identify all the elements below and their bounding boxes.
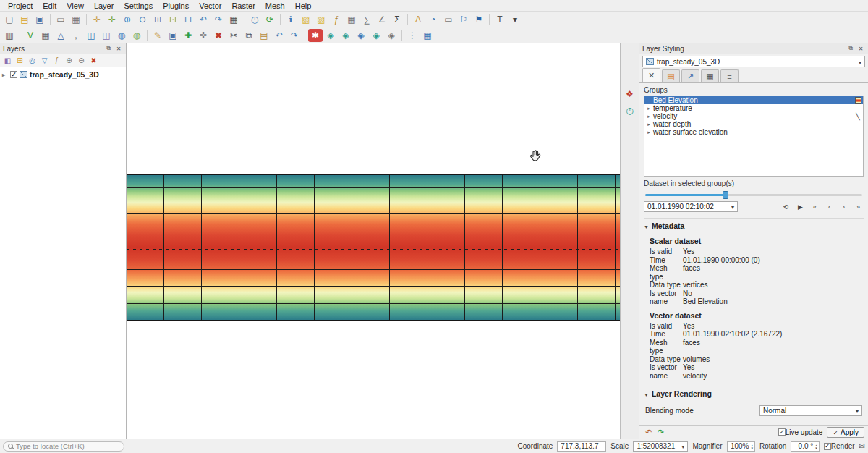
menu-mesh[interactable]: Mesh [260, 1, 290, 10]
expand-arrow-icon[interactable]: ▸ [646, 114, 652, 119]
panel-close-icon[interactable]: ✕ [856, 44, 865, 53]
next-frame-icon[interactable]: › [838, 202, 849, 212]
layer-tree-item[interactable]: ▸ trap_steady_05_3D [2, 70, 124, 79]
expand-arrow-icon[interactable]: ▸ [646, 122, 652, 127]
spin-arrows-icon[interactable] [815, 444, 817, 449]
measure-line-icon[interactable]: ∠ [375, 13, 389, 26]
layer-selector-combo[interactable]: trap_steady_05_3D [642, 56, 865, 67]
statistical-summary-icon[interactable]: Σ [390, 13, 404, 26]
group-row[interactable]: ▸water surface elevation [644, 128, 863, 136]
plugin-globe-icon[interactable]: ◈ [369, 29, 383, 42]
spin-arrows-icon[interactable] [752, 444, 754, 449]
zoom-out-icon[interactable]: ⊖ [135, 13, 150, 26]
first-frame-icon[interactable]: « [809, 202, 820, 212]
paste-features-icon[interactable]: ▤ [257, 29, 271, 42]
coordinate-input[interactable]: 717.3,113.7 [557, 441, 606, 452]
pan-to-selection-icon[interactable]: ✛ [105, 13, 119, 26]
add-feature-icon[interactable]: ✚ [181, 29, 195, 42]
loop-playback-icon[interactable]: ⟲ [780, 202, 791, 212]
mesh-frame-tab[interactable]: ▦ [701, 69, 719, 82]
dataset-slider[interactable] [645, 190, 862, 199]
manage-map-themes-icon[interactable]: ◎ [26, 55, 38, 67]
pan-map-icon[interactable]: ✛ [90, 13, 104, 26]
style-redo-icon[interactable]: ↷ [655, 427, 666, 437]
add-wfs-layer-icon[interactable]: ◍ [129, 29, 144, 42]
copy-features-icon[interactable]: ⧉ [242, 29, 256, 42]
previous-frame-icon[interactable]: ‹ [824, 202, 835, 212]
scale-combo[interactable]: 1:52008321 [633, 441, 688, 452]
add-delimited-text-icon[interactable]: , [69, 29, 83, 42]
menu-layer[interactable]: Layer [89, 1, 119, 10]
map-canvas[interactable] [127, 43, 620, 439]
undo-icon[interactable]: ↶ [272, 29, 286, 42]
plugin-layers-icon[interactable]: ◈ [323, 29, 338, 42]
deselect-features-icon[interactable]: ▨ [314, 13, 328, 26]
layer-labeling-icon[interactable]: A [411, 13, 425, 26]
zoom-next-icon[interactable]: ↷ [211, 13, 226, 26]
metadata-section-header[interactable]: Metadata [644, 218, 864, 230]
group-row[interactable]: ▸water depth [644, 120, 863, 128]
panel-float-icon[interactable]: ⧉ [846, 44, 855, 53]
last-frame-icon[interactable]: » [853, 202, 864, 212]
map-tips-icon[interactable]: ▭ [441, 13, 456, 26]
blending-mode-combo[interactable]: Normal [760, 405, 862, 416]
menu-project[interactable]: Project [3, 1, 38, 10]
filter-legend-icon[interactable]: ▽ [38, 55, 51, 67]
add-mesh-layer-icon[interactable]: △ [54, 29, 68, 42]
cut-features-icon[interactable]: ✂ [226, 29, 241, 42]
temporal-controller-icon[interactable]: ◷ [247, 13, 262, 26]
group-row[interactable]: Bed Elevation [644, 96, 863, 104]
color-ramp-icon[interactable] [855, 97, 861, 104]
processing-toolbox-icon[interactable]: ▦ [420, 29, 435, 42]
remove-layer-icon[interactable]: ✖ [88, 55, 100, 67]
vector-arrow-icon[interactable]: ╲ [854, 113, 861, 120]
menu-help[interactable]: Help [290, 1, 317, 10]
vectors-tab[interactable]: ↗ [681, 69, 699, 82]
show-bookmarks-icon[interactable]: ⚑ [472, 13, 486, 26]
toggle-editing-icon[interactable]: ✎ [150, 29, 165, 42]
add-raster-layer-icon[interactable]: ▦ [38, 29, 53, 42]
expand-arrow-icon[interactable]: ▸ [2, 72, 8, 78]
layout-manager-icon[interactable]: ▦ [69, 13, 83, 26]
menu-plugins[interactable]: Plugins [158, 1, 194, 10]
layer-rendering-section-header[interactable]: Layer Rendering [644, 386, 864, 398]
panel-close-icon[interactable]: ✕ [114, 44, 123, 53]
zoom-in-icon[interactable]: ⊕ [120, 13, 135, 26]
menu-settings[interactable]: Settings [119, 1, 158, 10]
live-update-checkbox[interactable]: Live update [778, 428, 823, 436]
new-3d-map-view-icon[interactable]: ▦ [226, 13, 241, 26]
select-features-icon[interactable]: ▧ [299, 13, 313, 26]
text-annotation-icon[interactable]: T [493, 13, 507, 26]
add-postgis-layer-icon[interactable]: ◫ [84, 29, 98, 42]
magnifier-spinbox[interactable]: 100% [727, 441, 756, 452]
zoom-last-icon[interactable]: ↶ [196, 13, 210, 26]
symbology-tab[interactable]: ✕ [642, 68, 660, 82]
plugin-grid-icon[interactable]: ◈ [354, 29, 368, 42]
symbology-side-tab-icon[interactable]: ❖ [624, 88, 637, 100]
group-row[interactable]: ▸velocity╲ [644, 112, 863, 120]
menu-raster[interactable]: Raster [226, 1, 260, 10]
plugin-db-icon[interactable]: ◈ [339, 29, 353, 42]
data-source-manager-icon[interactable]: ▥ [2, 29, 17, 42]
zoom-to-selection-icon[interactable]: ⊡ [166, 13, 180, 26]
menu-vector[interactable]: Vector [194, 1, 226, 10]
dataset-slider-handle[interactable] [723, 191, 728, 199]
drag-handle-icon[interactable]: ⋮ [405, 29, 420, 42]
refresh-map-icon[interactable]: ⟳ [263, 13, 277, 26]
new-print-layout-icon[interactable]: ▭ [54, 13, 68, 26]
delete-selected-icon[interactable]: ✖ [211, 29, 226, 42]
open-layer-styling-icon[interactable]: ◧ [1, 55, 14, 67]
expand-arrow-icon[interactable]: ▸ [646, 106, 652, 111]
messages-icon[interactable]: ✉ [859, 442, 865, 450]
panel-float-icon[interactable]: ⧉ [104, 44, 113, 53]
save-project-icon[interactable]: ▣ [33, 13, 47, 26]
history-side-tab-icon[interactable]: ◷ [624, 105, 637, 117]
redo-icon[interactable]: ↷ [287, 29, 302, 42]
field-calculator-icon[interactable]: ∑ [359, 13, 374, 26]
group-row[interactable]: ▸temperature [644, 104, 863, 112]
add-group-icon[interactable]: ⊞ [14, 55, 26, 67]
play-icon[interactable]: ▶ [795, 202, 806, 212]
time-combo[interactable]: 01.01.1990 02:10:02 [644, 201, 738, 212]
contours-tab[interactable]: ▤ [662, 69, 680, 82]
style-undo-icon[interactable]: ↶ [643, 427, 654, 437]
